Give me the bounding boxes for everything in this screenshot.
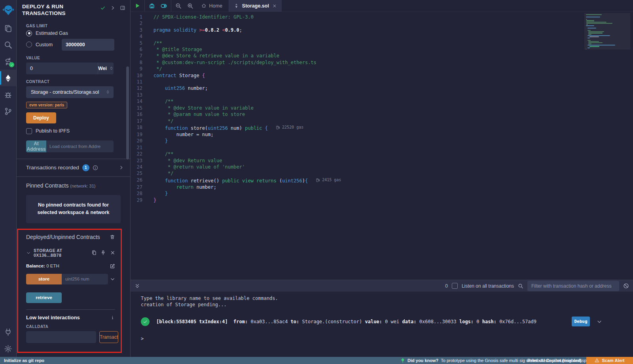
retrieve-button[interactable]: retrieve xyxy=(26,292,62,303)
file-explorer-icon[interactable] xyxy=(0,20,16,36)
code-line[interactable]: 27 return number; xyxy=(131,184,633,190)
transact-button[interactable]: Transact xyxy=(99,331,118,343)
code-editor[interactable]: 1// SPDX-License-Identifier: GPL-3.023pr… xyxy=(131,12,633,280)
code-line[interactable]: 21 xyxy=(131,144,633,151)
run-script-button[interactable] xyxy=(135,3,140,9)
git-icon[interactable] xyxy=(0,103,16,119)
scam-alert-button[interactable]: Scam Alert xyxy=(586,357,633,364)
debugger-icon[interactable] xyxy=(0,86,16,103)
code-line[interactable]: 15 * @dev Store value in variable xyxy=(131,105,633,111)
publish-ipfs-checkbox[interactable] xyxy=(26,128,32,134)
code-line[interactable]: 28 } xyxy=(131,190,633,197)
transactions-expand-icon[interactable] xyxy=(119,165,124,170)
code-line[interactable]: 11 xyxy=(131,79,633,85)
terminal-toolbar: 0 Listen on all transactions xyxy=(131,280,633,292)
contract-instance-header[interactable]: STORAGE AT 0X136...8B78 xyxy=(26,248,115,258)
code-line[interactable]: 14 /** xyxy=(131,98,633,104)
at-address-input[interactable] xyxy=(46,140,114,152)
code-line[interactable]: 13 xyxy=(131,92,633,98)
tab-storage-sol[interactable]: Storage.sol xyxy=(229,0,282,12)
zoom-out-button[interactable] xyxy=(175,3,182,9)
at-address-button[interactable]: At Address xyxy=(26,140,46,152)
code-line[interactable]: 24 * @return value of 'number' xyxy=(131,164,633,170)
close-tab-icon[interactable] xyxy=(272,4,277,8)
solidity-compiler-icon[interactable] xyxy=(0,53,16,70)
code-line[interactable]: 26 function retrieve() public view retur… xyxy=(131,177,633,184)
code-line[interactable]: 12 uint256 number; xyxy=(131,85,633,91)
code-line[interactable]: 25 */ xyxy=(131,170,633,176)
settings-icon[interactable] xyxy=(0,340,16,357)
git-init-button[interactable]: Initialize as git repo xyxy=(0,358,44,363)
code-line[interactable]: 19 number = num; xyxy=(131,131,633,138)
terminal-collapse-icon[interactable] xyxy=(135,283,140,289)
publish-ipfs-option[interactable]: Publish to IPFS xyxy=(26,128,114,134)
pin-contract-icon[interactable] xyxy=(100,250,106,256)
code-line[interactable]: 7 * @dev Store & retrieve value in a var… xyxy=(131,53,633,59)
compiled-ok-badge xyxy=(9,62,14,67)
code-line[interactable]: 29} xyxy=(131,197,633,203)
value-input[interactable] xyxy=(26,63,98,74)
store-button[interactable]: store xyxy=(26,274,62,284)
tab-home[interactable]: Home xyxy=(199,3,225,9)
calldata-input[interactable] xyxy=(26,331,96,343)
code-content[interactable]: 1// SPDX-License-Identifier: GPL-3.023pr… xyxy=(131,12,633,203)
clear-terminal-icon[interactable] xyxy=(623,283,629,289)
custom-gas-radio[interactable] xyxy=(26,42,32,47)
copilot-toggle[interactable] xyxy=(161,3,167,9)
line-number: 28 xyxy=(131,190,148,197)
value-label: VALUE xyxy=(26,56,114,60)
listen-all-checkbox[interactable] xyxy=(452,283,458,289)
code-line[interactable]: 5/** xyxy=(131,40,633,46)
copilot-status[interactable]: RemixAI Copilot (enabled) xyxy=(527,358,582,363)
terminal-filter-input[interactable] xyxy=(527,281,619,291)
code-line[interactable]: 10contract Storage { xyxy=(131,72,633,79)
remix-logo[interactable] xyxy=(0,0,16,20)
warning-icon xyxy=(595,358,599,363)
clear-deployed-icon[interactable] xyxy=(110,234,115,240)
code-line[interactable]: 8 * @custom:dev-run-script ./scripts/dep… xyxy=(131,59,633,66)
code-line[interactable]: 17 */ xyxy=(131,118,633,124)
debug-button[interactable]: Debug xyxy=(572,317,590,326)
terminal-search-icon[interactable] xyxy=(518,283,523,289)
code-line[interactable]: 9 */ xyxy=(131,66,633,72)
editor-minimap[interactable] xyxy=(584,13,630,49)
store-arg-input[interactable] xyxy=(62,274,108,284)
code-line[interactable]: 22 /** xyxy=(131,151,633,157)
deploy-button[interactable]: Deploy xyxy=(26,112,56,123)
code-line[interactable]: 20 } xyxy=(131,138,633,144)
estimated-gas-radio[interactable] xyxy=(26,30,32,36)
copilot-robot-icon[interactable] xyxy=(149,3,155,9)
code-line[interactable]: 23 * @dev Return value xyxy=(131,157,633,164)
expand-log-icon[interactable] xyxy=(597,319,602,324)
remove-instance-icon[interactable] xyxy=(110,250,116,256)
deploy-run-icon[interactable] xyxy=(0,70,16,86)
pin-panel-icon[interactable] xyxy=(110,5,116,11)
panel-scrollbar[interactable] xyxy=(126,66,129,159)
code-line[interactable]: 1// SPDX-License-Identifier: GPL-3.0 xyxy=(131,14,633,20)
instance-collapse-icon[interactable] xyxy=(26,250,31,255)
copy-address-icon[interactable] xyxy=(91,250,97,256)
code-line[interactable]: 16 * @param num value to store xyxy=(131,111,633,118)
edit-balance-icon[interactable] xyxy=(110,264,115,269)
code-line[interactable]: 3pragma solidity >=0.8.2 <0.9.0; xyxy=(131,27,633,33)
estimated-gas-option[interactable]: Estimated Gas xyxy=(26,30,114,36)
terminal-prompt[interactable]: > xyxy=(141,336,633,341)
custom-gas-option[interactable]: Custom xyxy=(26,39,114,51)
transactions-info-icon[interactable] xyxy=(93,165,98,171)
custom-gas-input[interactable] xyxy=(62,39,114,51)
transaction-log-row[interactable]: [block:5583405 txIndex:4] from: 0xa03...… xyxy=(141,317,633,326)
plugin-manager-icon[interactable] xyxy=(0,324,16,340)
low-level-info-icon[interactable] xyxy=(110,315,115,320)
contract-select[interactable]: Storage - contracts/Storage.sol xyxy=(26,86,114,98)
transactions-recorded-row[interactable]: Transactions recorded 1 xyxy=(17,159,130,176)
panel-layout-icon[interactable] xyxy=(120,5,125,11)
code-line[interactable]: 18 function store(uint256 num) public {2… xyxy=(131,124,633,131)
code-line[interactable]: 2 xyxy=(131,20,633,27)
value-unit-select[interactable]: Wei xyxy=(98,63,114,74)
zoom-in-button[interactable] xyxy=(187,3,193,9)
code-line[interactable]: 4 xyxy=(131,33,633,40)
code-line[interactable]: 6 * @title Storage xyxy=(131,46,633,53)
search-icon[interactable] xyxy=(0,36,16,53)
terminal[interactable]: Type the library name to see available c… xyxy=(131,292,633,357)
expand-args-icon[interactable] xyxy=(110,277,115,282)
